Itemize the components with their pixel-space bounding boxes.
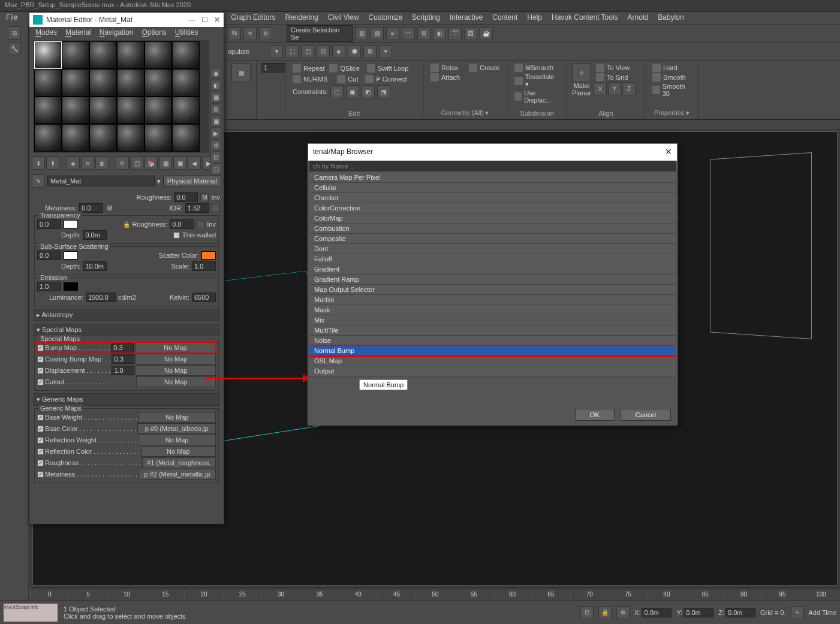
cb[interactable]: [37, 448, 44, 455]
metalness-map-button[interactable]: M: [106, 204, 114, 212]
delete-icon[interactable]: 🗑: [95, 156, 109, 170]
y-input[interactable]: [684, 608, 713, 617]
baseweight-map-button[interactable]: No Map: [139, 412, 216, 423]
material-slot[interactable]: [172, 97, 200, 124]
menu-havok[interactable]: Arnold: [628, 13, 649, 23]
dropdown-icon[interactable]: ▾: [270, 45, 283, 58]
constraint-none-icon[interactable]: ▢: [330, 85, 344, 98]
material-slot[interactable]: [34, 41, 62, 69]
map-list-item[interactable]: Dent: [309, 244, 676, 254]
map-list-item[interactable]: Gradient: [309, 264, 676, 275]
sss-spinner[interactable]: 0.0: [37, 251, 61, 260]
scale-spinner[interactable]: 1.0: [192, 261, 216, 271]
editpivot-icon[interactable]: ⊕: [259, 27, 272, 40]
ok-button[interactable]: OK: [575, 409, 615, 421]
transparency-spinner[interactable]: 0.0: [37, 219, 61, 229]
material-slot[interactable]: [117, 41, 144, 69]
schematic-icon[interactable]: ⊞: [417, 27, 430, 40]
material-slot[interactable]: [34, 124, 62, 152]
menu-animation[interactable]: Graph Editors: [231, 13, 275, 23]
tool-icon[interactable]: ◈: [332, 45, 345, 58]
map-list-item[interactable]: Cellular: [309, 183, 676, 193]
tool-icon[interactable]: ⬚: [285, 45, 299, 58]
constraint-face-icon[interactable]: ◩: [362, 85, 375, 98]
map-button[interactable]: [196, 220, 204, 228]
menu-options[interactable]: Options: [141, 28, 166, 38]
addtime-icon[interactable]: +: [791, 606, 804, 619]
map-list-item[interactable]: Noise: [309, 336, 676, 346]
step-spinner[interactable]: 1: [261, 63, 285, 73]
mirror-icon[interactable]: ▥: [355, 27, 368, 40]
map-list-item[interactable]: Marble: [309, 295, 676, 305]
menu-file[interactable]: File: [6, 13, 17, 23]
metalness-spinner[interactable]: 0.0: [79, 203, 103, 213]
x-input[interactable]: [642, 608, 672, 617]
menu-modes[interactable]: Modes: [35, 28, 57, 38]
percent-snap-icon[interactable]: %: [228, 27, 241, 40]
material-slot[interactable]: [89, 124, 117, 152]
cb[interactable]: [37, 414, 44, 421]
matid-icon[interactable]: ⬚: [210, 164, 221, 174]
map-list-item[interactable]: OSL Map: [309, 356, 676, 366]
map-list[interactable]: Camera Map Per PixelCellularCheckerColor…: [309, 173, 676, 376]
coating-map-button[interactable]: No Map: [136, 354, 216, 364]
bump-checkbox[interactable]: [37, 345, 44, 351]
smooth30-button[interactable]: Smooth 30: [650, 82, 694, 98]
isolate-icon[interactable]: ⊡: [580, 606, 594, 619]
ior-spinner[interactable]: 1.52: [185, 203, 209, 213]
sss-color[interactable]: [64, 251, 78, 260]
create-button[interactable]: Create: [466, 63, 502, 73]
render-setup-icon[interactable]: 🎬: [448, 27, 462, 40]
attach-button[interactable]: Attach: [428, 73, 502, 82]
displace-button[interactable]: Use Displac...: [512, 89, 562, 104]
material-slot[interactable]: [144, 124, 172, 152]
map-list-item[interactable]: Gradient Ramp: [309, 275, 676, 285]
material-slot[interactable]: [172, 69, 200, 97]
selectionset-dropdown[interactable]: Create Selection Se: [287, 25, 353, 42]
emission-color[interactable]: [64, 282, 78, 291]
reflcolor-map-button[interactable]: No Map: [141, 446, 216, 457]
material-slot[interactable]: [117, 69, 144, 97]
disp-checkbox[interactable]: [37, 367, 44, 374]
map-list-item[interactable]: Checker: [309, 193, 676, 203]
scatter-color[interactable]: [201, 251, 216, 260]
metalness-map-button[interactable]: p #2 (Metal_metallic.jp: [139, 469, 216, 480]
qslice-button[interactable]: QSlice: [327, 64, 362, 73]
luminance-spinner[interactable]: 1500.0: [86, 293, 116, 302]
cb[interactable]: [37, 460, 44, 466]
select-by-mat-icon[interactable]: ⊡: [210, 152, 221, 162]
map-list-item[interactable]: ColorCorrection: [309, 203, 676, 213]
cb[interactable]: [37, 437, 44, 444]
roughness-spinner[interactable]: 0.0: [174, 192, 198, 202]
roughness-map-button[interactable]: #1 (Metal_roughness.: [142, 457, 216, 468]
options-icon[interactable]: ⚙: [210, 140, 221, 150]
material-slot[interactable]: [89, 69, 117, 97]
get-material-icon[interactable]: ⬇: [32, 156, 45, 170]
put-to-lib-icon[interactable]: 📚: [144, 156, 158, 170]
material-slot[interactable]: [172, 124, 200, 152]
spinner-snap-icon[interactable]: ⤧: [243, 27, 257, 40]
cutout-checkbox[interactable]: [37, 379, 44, 385]
video-check-icon[interactable]: ▣: [210, 116, 221, 126]
material-slot[interactable]: [144, 41, 172, 69]
material-slot[interactable]: [117, 97, 144, 124]
layers-icon[interactable]: ≡: [386, 27, 399, 40]
material-slot[interactable]: [34, 97, 62, 124]
material-slot[interactable]: [172, 41, 200, 69]
constraint-normal-icon[interactable]: ⬔: [377, 85, 390, 98]
sss-depth-spinner[interactable]: 10.0m: [83, 261, 107, 271]
cb[interactable]: [37, 426, 44, 432]
trans-rough-spinner[interactable]: 0.0: [170, 219, 194, 229]
material-slot[interactable]: [117, 124, 144, 152]
menu-grapheditors[interactable]: Rendering: [285, 13, 318, 23]
disp-spinner[interactable]: 1.0: [112, 366, 134, 375]
align-z-button[interactable]: Z: [622, 82, 636, 95]
makeplanar-icon[interactable]: ◊: [572, 63, 591, 82]
make-copy-icon[interactable]: ⎘: [116, 156, 129, 170]
tool-icon[interactable]: ⊡: [317, 45, 330, 58]
menu-interactive[interactable]: Content: [492, 13, 517, 23]
bump-spinner[interactable]: 0.3: [111, 343, 134, 352]
repeat-button[interactable]: Repeat QSlice Swift Loop: [290, 63, 418, 74]
roughness-map-button[interactable]: M: [200, 193, 209, 201]
command-panel-icon[interactable]: ⊞: [8, 26, 21, 40]
